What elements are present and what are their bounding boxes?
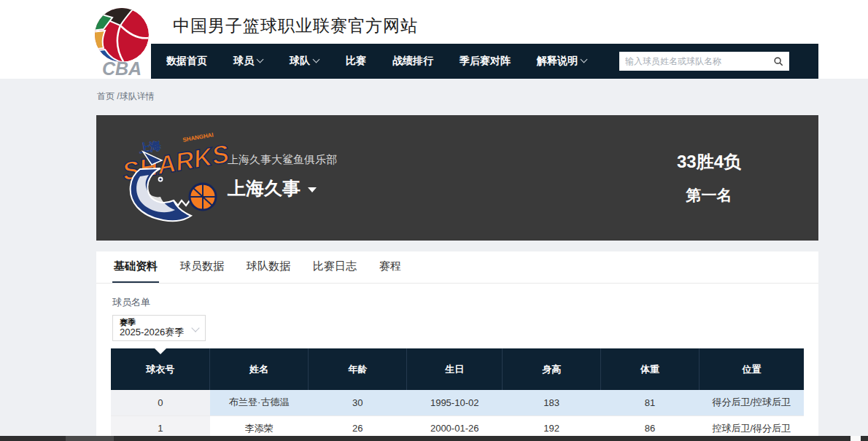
- season-select-label: 赛季: [120, 318, 198, 327]
- nav-item-label: 比赛: [346, 55, 366, 68]
- tab-player-stats[interactable]: 球员数据: [179, 259, 225, 283]
- cell-player-name[interactable]: 布兰登·古德温: [210, 390, 309, 415]
- roster-table-wrap: 球衣号 姓名 年龄 生日 身高 体重 位置 0 布兰登·古德温 30 1995-…: [111, 348, 804, 441]
- col-header-age[interactable]: 年龄: [309, 348, 407, 390]
- cell-birthday: 1995-10-02: [407, 390, 503, 415]
- nav-item-label: 球队: [290, 55, 310, 68]
- col-header-position[interactable]: 位置: [700, 348, 805, 390]
- content-card: 基础资料 球员数据 球队数据 比赛日志 赛程 球员名单 赛季 2025-2026…: [96, 251, 818, 441]
- nav-item-label: 数据首页: [166, 55, 207, 68]
- cba-logo[interactable]: CBA: [93, 6, 150, 77]
- main-nav: 数据首页 球员 球队 比赛 战绩排行 季后赛对阵 解释说明: [151, 44, 818, 79]
- cell-position: 得分后卫/控球后卫: [700, 390, 805, 415]
- scrollbar-thumb[interactable]: [66, 436, 114, 441]
- chevron-down-icon: [314, 57, 319, 63]
- team-record: 33胜4负: [636, 150, 782, 173]
- chevron-down-icon: [257, 57, 263, 63]
- cell-weight: 81: [601, 390, 700, 415]
- team-name-dropdown[interactable]: 上海久事: [228, 176, 317, 200]
- caret-down-icon: [308, 187, 317, 192]
- season-select-value: 2025-2026赛季: [120, 327, 198, 338]
- table-header-row: 球衣号 姓名 年龄 生日 身高 体重 位置: [111, 348, 804, 390]
- col-header-name[interactable]: 姓名: [210, 348, 309, 390]
- breadcrumb-home[interactable]: 首页: [97, 91, 115, 101]
- breadcrumb-current: 球队详情: [120, 91, 155, 101]
- col-header-weight[interactable]: 体重: [601, 348, 700, 390]
- tab-schedule[interactable]: 赛程: [378, 259, 403, 283]
- team-name-label: 上海久事: [228, 178, 301, 198]
- search-icon[interactable]: [773, 56, 783, 66]
- nav-item-label: 战绩排行: [392, 55, 433, 68]
- nav-item-label: 季后赛对阵: [460, 55, 511, 68]
- roster-table: 球衣号 姓名 年龄 生日 身高 体重 位置 0 布兰登·古德温 30 1995-…: [111, 348, 804, 441]
- nav-item-games[interactable]: 比赛: [335, 55, 377, 68]
- cell-height: 183: [503, 390, 601, 415]
- team-record-block: 33胜4负 第一名: [636, 150, 782, 206]
- tab-bar: 基础资料 球员数据 球队数据 比赛日志 赛程: [96, 251, 818, 284]
- search-input[interactable]: [625, 56, 773, 66]
- scrollbar-notch: [850, 436, 861, 441]
- nav-item-label: 解释说明: [537, 55, 578, 68]
- nav-item-playoffs[interactable]: 季后赛对阵: [449, 55, 522, 68]
- nav-item-teams[interactable]: 球队: [279, 55, 330, 68]
- cba-logo-text: CBA: [102, 58, 142, 77]
- nav-item-glossary[interactable]: 解释说明: [526, 55, 598, 68]
- search-box: [619, 52, 789, 71]
- sort-indicator-icon: [155, 348, 166, 354]
- chevron-down-icon: [581, 57, 587, 63]
- col-header-height[interactable]: 身高: [503, 348, 601, 390]
- col-header-jersey[interactable]: 球衣号: [111, 348, 210, 390]
- team-rank: 第一名: [636, 185, 782, 206]
- table-row[interactable]: 0 布兰登·古德温 30 1995-10-02 183 81 得分后卫/控球后卫: [111, 390, 804, 415]
- roster-section-title: 球员名单: [112, 296, 802, 309]
- season-select[interactable]: 赛季 2025-2026赛季: [112, 315, 206, 341]
- top-header: CBA 中国男子篮球职业联赛官方网站 数据首页 球员 球队 比赛 战绩排行 季后…: [0, 0, 868, 79]
- nav-item-label: 球员: [233, 55, 254, 68]
- site-title: 中国男子篮球职业联赛官方网站: [173, 15, 418, 37]
- horizontal-scrollbar[interactable]: [0, 436, 868, 441]
- team-banner: 上海 SHANGHAI SHARKS 上海久事大鲨鱼俱乐部 上海久事 33胜4负…: [96, 115, 818, 241]
- tab-game-log[interactable]: 比赛日志: [311, 259, 358, 283]
- nav-item-players[interactable]: 球员: [222, 55, 274, 68]
- chevron-down-icon: [193, 325, 198, 331]
- tab-basic-info[interactable]: 基础资料: [112, 259, 159, 283]
- breadcrumb: 首页 /球队详情: [97, 90, 155, 103]
- col-header-birthday[interactable]: 生日: [407, 348, 503, 390]
- nav-item-standings[interactable]: 战绩排行: [381, 55, 444, 68]
- club-full-name: 上海久事大鲨鱼俱乐部: [228, 153, 337, 167]
- cell-jersey: 0: [111, 390, 210, 415]
- tab-team-stats[interactable]: 球队数据: [245, 259, 292, 283]
- nav-item-data-home[interactable]: 数据首页: [155, 55, 218, 68]
- cell-age: 30: [309, 390, 407, 415]
- sharks-team-logo: 上海 SHANGHAI SHARKS: [118, 124, 242, 233]
